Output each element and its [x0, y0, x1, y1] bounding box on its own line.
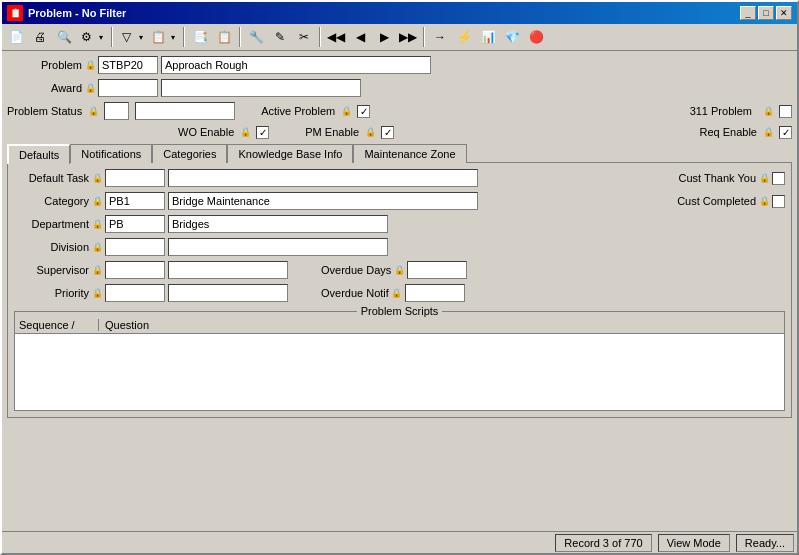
filter-button[interactable]: ▽: [117, 26, 135, 48]
default-task-name-input[interactable]: [168, 169, 478, 187]
cust-thank-you-label: Cust Thank You: [679, 172, 756, 184]
sequence-col-header: Sequence /: [19, 319, 99, 331]
cust-thank-you-checkbox[interactable]: [772, 172, 785, 185]
problem-row: Problem 🔒: [7, 56, 792, 74]
overdue-days-lock: 🔒: [394, 263, 404, 277]
edit1-button[interactable]: 🔧: [245, 26, 267, 48]
division-lock: 🔒: [92, 240, 102, 254]
view-mode: View Mode: [667, 537, 721, 549]
award-row: Award 🔒: [7, 79, 792, 97]
supervisor-id-input[interactable]: [105, 261, 165, 279]
pm-enable-checkbox[interactable]: ✓: [381, 126, 394, 139]
search-button[interactable]: 🔍: [53, 26, 75, 48]
problem-scripts-group: Problem Scripts Sequence / Question: [14, 311, 785, 411]
priority-name-input[interactable]: [168, 284, 288, 302]
toolbar: 📄 🖨 🔍 ⚙ ▾ ▽ ▾ 📋 ▾ 📑 📋 🔧 ✎ ✂ ◀◀ ◀ ▶ ▶▶ → …: [2, 24, 797, 51]
department-row: Department 🔒: [14, 215, 785, 233]
priority-row: Priority 🔒 Overdue Notif 🔒: [14, 284, 785, 302]
tab-categories[interactable]: Categories: [152, 144, 227, 163]
department-id-input[interactable]: [105, 215, 165, 233]
overdue-days-input[interactable]: [407, 261, 467, 279]
award-name-input[interactable]: [161, 79, 361, 97]
tool-a-dropdown[interactable]: ▾: [95, 26, 107, 48]
sep4: [319, 27, 321, 47]
pm-enable-label: PM Enable: [305, 126, 359, 138]
record-info: Record 3 of 770: [564, 537, 642, 549]
copy-button[interactable]: 📑: [189, 26, 211, 48]
category-name-input[interactable]: [168, 192, 478, 210]
problem-id-input[interactable]: [98, 56, 158, 74]
department-lock: 🔒: [92, 217, 102, 231]
priority-id-input[interactable]: [105, 284, 165, 302]
problem-name-input[interactable]: [161, 56, 431, 74]
filter-dropdown[interactable]: ▾: [135, 26, 147, 48]
supervisor-row: Supervisor 🔒 Overdue Days 🔒: [14, 261, 785, 279]
supervisor-name-input[interactable]: [168, 261, 288, 279]
category-row: Category 🔒 Cust Completed 🔒: [14, 192, 785, 210]
red-button[interactable]: 🔴: [525, 26, 547, 48]
close-button[interactable]: ✕: [776, 6, 792, 20]
tab-defaults[interactable]: Defaults: [7, 144, 70, 164]
wo-enable-checkbox[interactable]: ✓: [256, 126, 269, 139]
overdue-notif-label: Overdue Notif: [321, 287, 389, 299]
category-label: Category: [14, 195, 89, 207]
cust-completed-checkbox[interactable]: [772, 195, 785, 208]
w311-checkbox[interactable]: [779, 105, 792, 118]
nav-first-button[interactable]: ◀◀: [325, 26, 347, 48]
wo-lock-icon: 🔒: [240, 125, 250, 139]
nav-next-button[interactable]: ▶: [373, 26, 395, 48]
paste-button[interactable]: 📋: [213, 26, 235, 48]
status-name-input[interactable]: [135, 102, 235, 120]
edit2-button[interactable]: ✎: [269, 26, 291, 48]
record-info-panel: Record 3 of 770: [555, 534, 651, 552]
tool-a-button[interactable]: ⚙: [77, 26, 95, 48]
tabs: Defaults Notifications Categories Knowle…: [7, 144, 792, 163]
category-id-input[interactable]: [105, 192, 165, 210]
nav-last-button[interactable]: ▶▶: [397, 26, 419, 48]
department-label: Department: [14, 218, 89, 230]
sep2: [183, 27, 185, 47]
req-enable-checkbox[interactable]: ✓: [779, 126, 792, 139]
chart-button[interactable]: 📊: [477, 26, 499, 48]
problem-label: Problem: [7, 59, 82, 71]
default-task-id-input[interactable]: [105, 169, 165, 187]
tab-notifications[interactable]: Notifications: [70, 144, 152, 163]
supervisor-label: Supervisor: [14, 264, 89, 276]
division-name-input[interactable]: [168, 238, 388, 256]
problem-lock-icon: 🔒: [85, 58, 95, 72]
print-button[interactable]: 🖨: [29, 26, 51, 48]
main-content: Problem 🔒 Award 🔒 Problem Status 🔒 Activ…: [2, 51, 797, 531]
arrow-right-button[interactable]: →: [429, 26, 451, 48]
sep3: [239, 27, 241, 47]
diamond-button[interactable]: 💎: [501, 26, 523, 48]
pm-lock-icon: 🔒: [365, 125, 375, 139]
division-row: Division 🔒: [14, 238, 785, 256]
overdue-days-label: Overdue Days: [321, 264, 391, 276]
nav-prev-button[interactable]: ◀: [349, 26, 371, 48]
title-buttons: _ □ ✕: [740, 6, 792, 20]
supervisor-lock: 🔒: [92, 263, 102, 277]
new-button[interactable]: 📄: [5, 26, 27, 48]
tab-maintenance-zone[interactable]: Maintenance Zone: [353, 144, 466, 163]
overdue-notif-lock: 🔒: [392, 286, 402, 300]
sep5: [423, 27, 425, 47]
scissors-button[interactable]: ✂: [293, 26, 315, 48]
award-lock-icon: 🔒: [85, 81, 95, 95]
sep1: [111, 27, 113, 47]
lightning-button[interactable]: ⚡: [453, 26, 475, 48]
overdue-notif-input[interactable]: [405, 284, 465, 302]
view-mode-panel: View Mode: [658, 534, 730, 552]
pages-dropdown[interactable]: ▾: [167, 26, 179, 48]
tab-knowledge-base[interactable]: Knowledge Base Info: [227, 144, 353, 163]
division-id-input[interactable]: [105, 238, 165, 256]
active-problem-checkbox[interactable]: ✓: [357, 105, 370, 118]
department-name-input[interactable]: [168, 215, 388, 233]
award-id-input[interactable]: [98, 79, 158, 97]
minimize-button[interactable]: _: [740, 6, 756, 20]
ready-status: Ready...: [745, 537, 785, 549]
pages-button[interactable]: 📋: [149, 26, 167, 48]
w311-label: 311 Problem: [690, 105, 752, 117]
status-code-input[interactable]: [104, 102, 129, 120]
restore-button[interactable]: □: [758, 6, 774, 20]
window-icon: 📋: [7, 5, 23, 21]
